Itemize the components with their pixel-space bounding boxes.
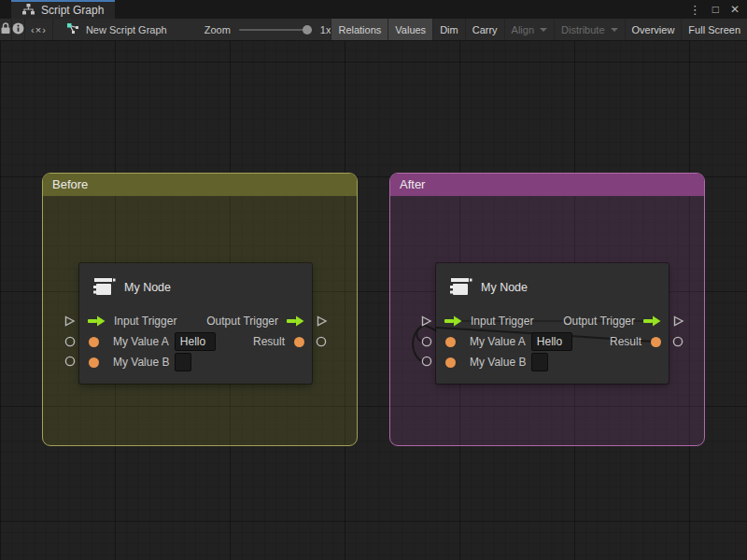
new-script-graph-label: New Script Graph	[86, 24, 167, 35]
group-before-header[interactable]: Before	[43, 174, 357, 196]
zoom-value: 1x	[320, 24, 331, 35]
chevron-down-icon	[611, 28, 618, 32]
value-a-input[interactable]	[175, 332, 216, 351]
value-a-port-row: My Value A Result	[87, 331, 304, 352]
external-input-trigger-port[interactable]	[63, 315, 76, 328]
group-before-title: Before	[52, 177, 88, 191]
toolbar-toggle-group: Relations Values Dim Carry Align Distrib…	[331, 19, 747, 40]
script-graph-window: Script Graph ⋮ □ ✕	[0, 0, 747, 560]
value-b-port-row: My Value B	[87, 352, 304, 372]
values-toggle[interactable]: Values	[388, 19, 432, 40]
script-graph-asset-icon	[66, 22, 79, 36]
group-after-header[interactable]: After	[390, 174, 704, 196]
window-controls: ⋮ □ ✕	[689, 4, 747, 16]
node-header: My Node	[448, 275, 528, 300]
info-icon	[12, 22, 24, 36]
value-a-label: My Value A	[470, 335, 526, 348]
node-my-node-before[interactable]: My Node Input Trigger Output Trigger	[79, 263, 312, 384]
external-output-trigger-port[interactable]	[316, 315, 328, 328]
external-value-b-port[interactable]	[421, 356, 432, 367]
value-b-label: My Value B	[470, 356, 526, 369]
value-a-input[interactable]	[531, 332, 572, 351]
window-tab-bar: Script Graph ⋮ □ ✕	[0, 0, 747, 19]
zoom-label: Zoom	[204, 24, 231, 35]
align-dropdown[interactable]: Align	[504, 19, 554, 40]
external-result-port[interactable]	[672, 336, 684, 347]
result-label: Result	[253, 335, 285, 348]
new-script-graph-button[interactable]: New Script Graph	[53, 19, 180, 40]
node-my-node-after[interactable]: My Node Input Trigger Output Trigger	[436, 263, 669, 384]
chevron-down-icon	[540, 28, 547, 32]
lock-icon	[0, 22, 11, 36]
external-input-trigger-port[interactable]	[420, 315, 432, 328]
value-b-port-row: My Value B	[444, 352, 661, 372]
output-trigger-port[interactable]	[642, 315, 661, 327]
trigger-port-row: Input Trigger Output Trigger	[444, 311, 661, 331]
value-a-port-row: My Value A Result	[444, 331, 661, 352]
zoom-slider[interactable]	[239, 29, 312, 31]
zoom-slider-handle[interactable]	[303, 25, 312, 35]
tab-title: Script Graph	[41, 4, 104, 17]
value-b-input[interactable]	[531, 353, 548, 371]
output-trigger-port[interactable]	[286, 315, 304, 327]
graph-hierarchy-icon	[22, 4, 35, 18]
external-result-port[interactable]	[316, 336, 327, 347]
external-output-trigger-port[interactable]	[672, 315, 684, 328]
carry-toggle[interactable]: Carry	[465, 19, 504, 40]
node-header: My Node	[92, 275, 171, 300]
unit-icon	[92, 273, 116, 301]
input-trigger-port[interactable]	[444, 315, 462, 327]
trigger-port-row: Input Trigger Output Trigger	[87, 311, 304, 331]
graph-canvas[interactable]: Before My Node	[0, 41, 747, 560]
node-title: My Node	[481, 281, 528, 294]
input-trigger-port[interactable]	[87, 315, 106, 327]
result-port[interactable]	[651, 337, 661, 347]
maximize-icon[interactable]: □	[712, 4, 719, 15]
result-label: Result	[610, 335, 641, 348]
result-port[interactable]	[294, 337, 304, 347]
code-view-button[interactable]: ‹×›	[25, 19, 53, 40]
output-trigger-label: Output Trigger	[206, 315, 278, 328]
overview-button[interactable]: Overview	[625, 19, 682, 40]
unit-icon	[448, 273, 472, 301]
graph-toolbar: ‹×› New Script Graph Zoom 1x Relations V…	[0, 19, 747, 41]
external-value-a-port[interactable]	[421, 336, 432, 347]
group-after[interactable]: After	[389, 173, 705, 446]
full-screen-button[interactable]: Full Screen	[681, 19, 747, 40]
group-after-title: After	[400, 177, 425, 191]
value-b-port[interactable]	[89, 357, 99, 368]
input-trigger-label: Input Trigger	[114, 315, 176, 328]
input-trigger-label: Input Trigger	[471, 315, 533, 328]
lock-button[interactable]	[0, 19, 12, 40]
value-b-port[interactable]	[445, 357, 456, 368]
more-menu-icon[interactable]: ⋮	[689, 4, 701, 16]
value-b-input[interactable]	[175, 353, 191, 371]
output-trigger-label: Output Trigger	[563, 315, 635, 328]
distribute-dropdown[interactable]: Distribute	[554, 19, 624, 40]
external-value-b-port[interactable]	[64, 356, 76, 367]
zoom-control: Zoom 1x	[204, 19, 331, 40]
external-value-a-port[interactable]	[64, 336, 76, 347]
group-before[interactable]: Before My Node	[42, 173, 358, 446]
tab-script-graph[interactable]: Script Graph	[11, 0, 115, 19]
dim-toggle[interactable]: Dim	[432, 19, 465, 40]
info-button[interactable]	[12, 19, 25, 40]
value-a-label: My Value A	[113, 335, 169, 348]
value-a-port[interactable]	[445, 337, 456, 347]
value-a-port[interactable]	[89, 337, 99, 347]
close-icon[interactable]: ✕	[730, 4, 740, 15]
code-icon: ‹×›	[31, 24, 47, 35]
node-title: My Node	[124, 281, 171, 294]
value-b-label: My Value B	[113, 356, 169, 369]
relations-toggle[interactable]: Relations	[331, 19, 388, 40]
